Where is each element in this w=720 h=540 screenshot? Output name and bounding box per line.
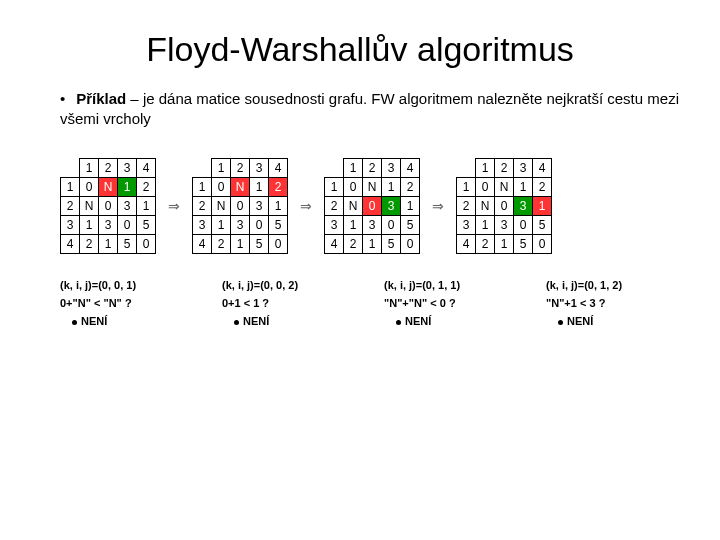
cell: 5 — [382, 235, 401, 254]
cell: 5 — [533, 216, 552, 235]
step-result-text: NENÍ — [405, 315, 431, 327]
row-header: 4 — [457, 235, 476, 254]
bullet-icon — [234, 320, 239, 325]
cell: 0 — [495, 197, 514, 216]
cell: 0 — [533, 235, 552, 254]
step-result: NENÍ — [72, 315, 192, 327]
cell: N — [363, 178, 382, 197]
cell: 0 — [269, 235, 288, 254]
col-header: 2 — [495, 159, 514, 178]
row-header: 2 — [457, 197, 476, 216]
cell: 2 — [80, 235, 99, 254]
col-header: 3 — [382, 159, 401, 178]
arrow-icon: ⇒ — [430, 198, 446, 214]
col-header: 1 — [344, 159, 363, 178]
cell: 1 — [476, 216, 495, 235]
step-result: NENÍ — [234, 315, 354, 327]
desc-label: Příklad — [76, 90, 126, 107]
cell: 2 — [533, 178, 552, 197]
cell: 0 — [514, 216, 533, 235]
cell: N — [476, 197, 495, 216]
row-header: 3 — [61, 216, 80, 235]
cell: 1 — [137, 197, 156, 216]
step-indices: (k, i, j)=(0, 0, 1) — [60, 279, 192, 291]
cell: 0 — [476, 178, 495, 197]
col-header: 2 — [231, 159, 250, 178]
cell: 5 — [118, 235, 137, 254]
matrix: 123410N122N0313130542150 — [192, 158, 288, 254]
description: • Příklad – je dána matice sousednosti g… — [60, 89, 680, 128]
col-header: 1 — [212, 159, 231, 178]
cell: 3 — [495, 216, 514, 235]
cell: 0 — [212, 178, 231, 197]
cell: 3 — [250, 197, 269, 216]
col-header: 2 — [363, 159, 382, 178]
matrices-row: 123410N122N0313130542150⇒123410N122N0313… — [60, 158, 680, 254]
cell: 0 — [250, 216, 269, 235]
cell: 5 — [137, 216, 156, 235]
step-block: (k, i, j)=(0, 0, 1)0+"N" < "N" ?NENÍ — [60, 279, 192, 327]
cell: 5 — [269, 216, 288, 235]
row-header: 2 — [61, 197, 80, 216]
col-header: 4 — [137, 159, 156, 178]
cell: 0 — [118, 216, 137, 235]
col-header: 4 — [269, 159, 288, 178]
row-header: 3 — [193, 216, 212, 235]
cell: N — [495, 178, 514, 197]
row-header: 1 — [193, 178, 212, 197]
step-result: NENÍ — [558, 315, 678, 327]
col-header: 4 — [401, 159, 420, 178]
cell: 1 — [495, 235, 514, 254]
step-indices: (k, i, j)=(0, 0, 2) — [222, 279, 354, 291]
cell: N — [231, 178, 250, 197]
step-result: NENÍ — [396, 315, 516, 327]
desc-text: – je dána matice sousednosti grafu. FW a… — [60, 90, 679, 127]
step-indices: (k, i, j)=(0, 1, 2) — [546, 279, 678, 291]
step-block: (k, i, j)=(0, 1, 2)"N"+1 < 3 ?NENÍ — [546, 279, 678, 327]
cell: N — [212, 197, 231, 216]
bullet-icon — [396, 320, 401, 325]
row-header: 4 — [61, 235, 80, 254]
arrow-icon: ⇒ — [298, 198, 314, 214]
row-header: 2 — [193, 197, 212, 216]
cell: N — [80, 197, 99, 216]
cell: 2 — [476, 235, 495, 254]
cell: 3 — [118, 197, 137, 216]
cell: N — [344, 197, 363, 216]
cell: 1 — [382, 178, 401, 197]
cell: 5 — [401, 216, 420, 235]
cell: 0 — [80, 178, 99, 197]
matrix: 123410N122N0313130542150 — [456, 158, 552, 254]
step-result-text: NENÍ — [567, 315, 593, 327]
cell: 1 — [118, 178, 137, 197]
cell: N — [99, 178, 118, 197]
cell: 0 — [99, 197, 118, 216]
step-result-text: NENÍ — [81, 315, 107, 327]
row-header: 1 — [61, 178, 80, 197]
cell: 3 — [382, 197, 401, 216]
cell: 5 — [250, 235, 269, 254]
cell: 5 — [514, 235, 533, 254]
cell: 1 — [363, 235, 382, 254]
col-header: 4 — [533, 159, 552, 178]
col-header: 1 — [80, 159, 99, 178]
cell: 1 — [231, 235, 250, 254]
cell: 2 — [401, 178, 420, 197]
step-indices: (k, i, j)=(0, 1, 1) — [384, 279, 516, 291]
cell: 2 — [269, 178, 288, 197]
cell: 1 — [212, 216, 231, 235]
row-header: 1 — [457, 178, 476, 197]
bullet-icon — [558, 320, 563, 325]
col-header: 3 — [118, 159, 137, 178]
col-header: 2 — [99, 159, 118, 178]
cell: 0 — [137, 235, 156, 254]
cell: 3 — [363, 216, 382, 235]
cell: 1 — [99, 235, 118, 254]
cell: 1 — [269, 197, 288, 216]
steps-row: (k, i, j)=(0, 0, 1)0+"N" < "N" ?NENÍ(k, … — [60, 279, 680, 327]
step-condition: "N"+1 < 3 ? — [546, 297, 678, 309]
step-block: (k, i, j)=(0, 1, 1)"N"+"N" < 0 ?NENÍ — [384, 279, 516, 327]
row-header: 4 — [325, 235, 344, 254]
cell: 0 — [231, 197, 250, 216]
cell: 1 — [401, 197, 420, 216]
